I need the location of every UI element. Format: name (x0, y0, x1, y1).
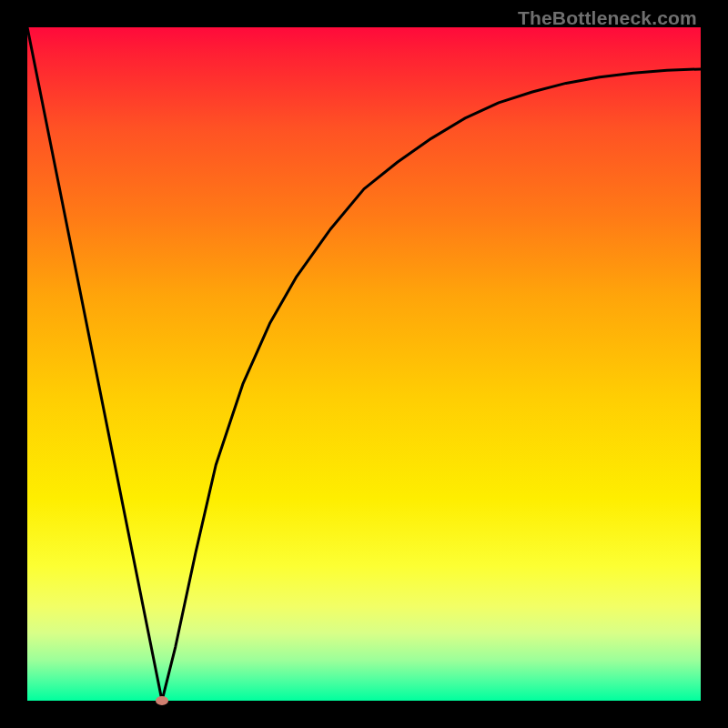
site-watermark: TheBottleneck.com (518, 7, 697, 29)
minimum-marker (156, 696, 168, 705)
chart-frame: TheBottleneck.com (0, 0, 728, 728)
curve-layer (27, 27, 701, 701)
chart-path (27, 27, 701, 701)
